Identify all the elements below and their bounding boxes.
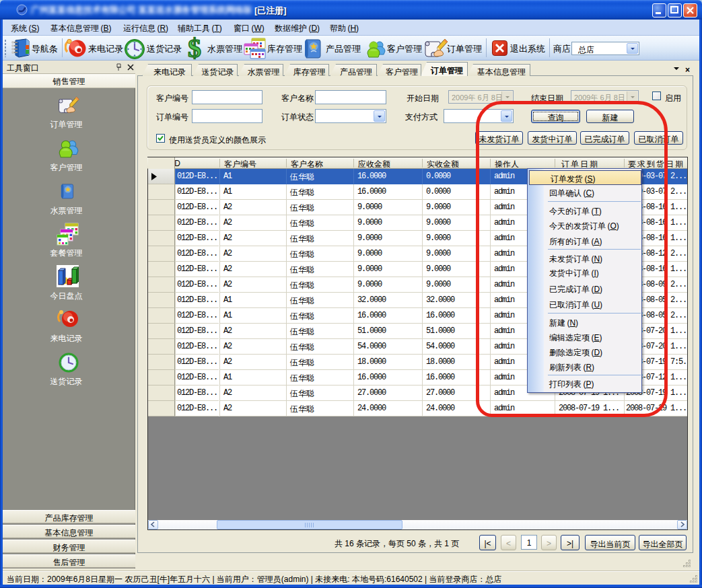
svg-text:$: $ <box>188 36 201 61</box>
